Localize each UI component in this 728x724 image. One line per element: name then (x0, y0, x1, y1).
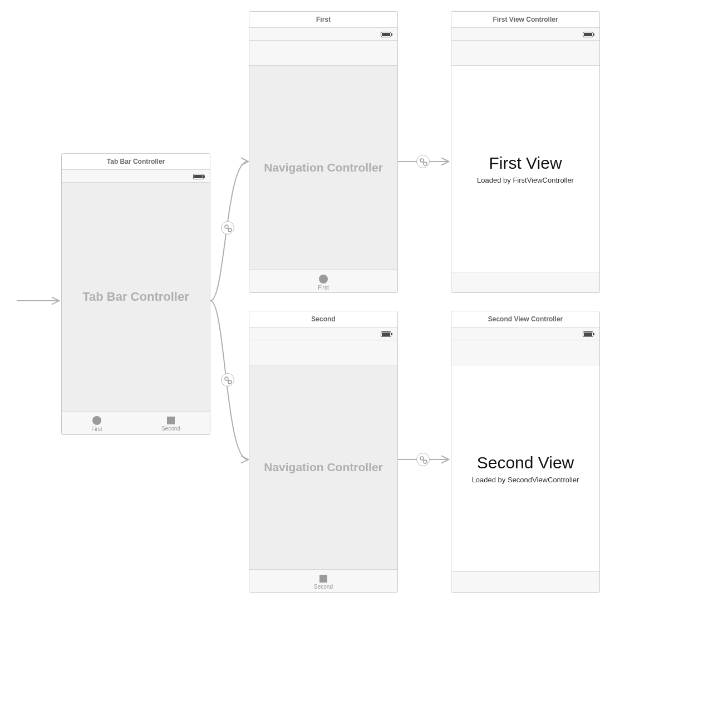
view-subtitle: Loaded by FirstViewController (451, 176, 599, 184)
status-bar (451, 28, 599, 41)
svg-rect-28 (584, 332, 592, 336)
tab-bar: First Second (62, 411, 210, 435)
svg-rect-26 (593, 33, 594, 36)
circle-icon (92, 416, 101, 425)
svg-rect-22 (382, 332, 390, 336)
svg-rect-19 (382, 33, 390, 36)
tab-item-second[interactable]: Second (161, 417, 180, 432)
view-heading: Second View (451, 453, 599, 472)
square-icon (319, 575, 327, 583)
battery-icon (583, 31, 595, 41)
status-bar (249, 28, 397, 41)
tab-item-second[interactable]: Second (314, 575, 333, 590)
placeholder-label: Navigation Controller (249, 461, 397, 474)
scene-title: First View Controller (451, 12, 599, 28)
placeholder-label: Tab Bar Controller (62, 290, 210, 304)
scene-nav-second[interactable]: Second Navigation Controller Second (249, 311, 398, 593)
tab-bar: Second (249, 569, 397, 593)
tab-item-first[interactable]: First (318, 275, 328, 291)
battery-icon (381, 31, 393, 41)
svg-rect-16 (194, 175, 203, 178)
battery-icon (583, 330, 595, 340)
status-bar (249, 327, 397, 340)
segue-relationship-icon (221, 221, 234, 234)
segue-relationship-icon (221, 373, 234, 387)
scene-title: Tab Bar Controller (62, 154, 210, 170)
svg-line-11 (423, 162, 424, 163)
svg-rect-23 (391, 333, 392, 335)
tab-bar-placeholder (451, 571, 599, 593)
navigation-bar (249, 340, 397, 365)
tab-bar-placeholder (451, 272, 599, 293)
battery-icon (381, 330, 393, 340)
svg-rect-20 (391, 33, 392, 36)
scene-second-vc[interactable]: Second View Controller Second View Loade… (451, 311, 600, 593)
svg-line-8 (228, 380, 229, 381)
tab-item-first[interactable]: First (91, 416, 102, 432)
square-icon (167, 417, 175, 424)
svg-line-14 (423, 459, 424, 461)
status-bar (451, 327, 599, 340)
circle-icon (319, 275, 328, 283)
view-subtitle: Loaded by SecondViewController (451, 476, 599, 484)
svg-rect-25 (584, 33, 592, 36)
svg-line-5 (228, 228, 229, 229)
scene-title: Second (249, 311, 397, 327)
tab-label: Second (314, 584, 333, 590)
placeholder-label: Navigation Controller (249, 161, 397, 174)
navigation-bar (451, 41, 599, 66)
navigation-bar (451, 340, 599, 365)
battery-icon (193, 173, 205, 183)
view-heading: First View (451, 154, 599, 173)
tab-label: Second (161, 425, 180, 432)
segue-relationship-icon (416, 155, 430, 168)
svg-rect-29 (593, 333, 594, 335)
scene-title: First (249, 12, 397, 28)
scene-title: Second View Controller (451, 311, 599, 327)
tab-label: First (318, 285, 328, 291)
navigation-bar (249, 41, 397, 66)
svg-rect-17 (204, 175, 205, 178)
scene-tab-bar-controller[interactable]: Tab Bar Controller Tab Bar Controller Fi… (61, 153, 210, 435)
scene-nav-first[interactable]: First Navigation Controller First (249, 11, 398, 293)
status-bar (62, 170, 210, 183)
segue-relationship-icon (416, 453, 430, 466)
tab-label: First (91, 426, 102, 432)
scene-first-vc[interactable]: First View Controller First View Loaded … (451, 11, 600, 293)
tab-bar: First (249, 270, 397, 293)
